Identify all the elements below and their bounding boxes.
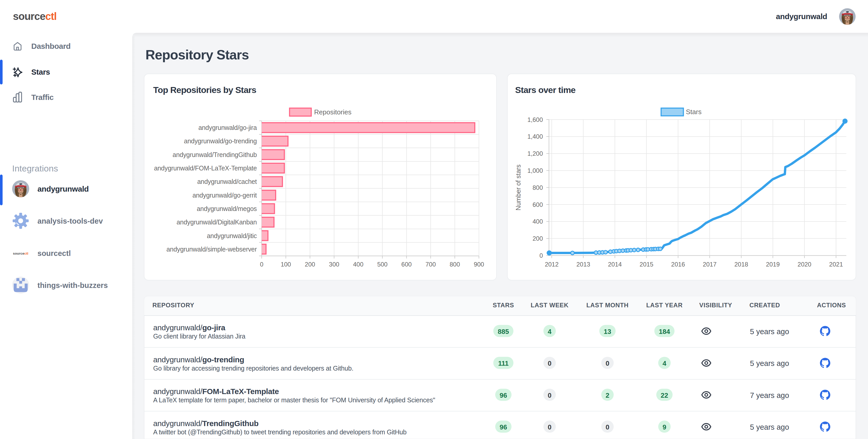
svg-text:LAST YEAR: LAST YEAR (646, 302, 683, 309)
svg-text:400: 400 (532, 218, 543, 225)
svg-text:VISIBILITY: VISIBILITY (699, 302, 732, 309)
svg-text:1,400: 1,400 (527, 133, 543, 140)
svg-text:andygrunwald/cachet: andygrunwald/cachet (197, 178, 257, 185)
svg-text:sourcectl: sourcectl (13, 10, 57, 22)
svg-text:22: 22 (661, 391, 668, 399)
svg-text:Stars: Stars (686, 108, 702, 116)
svg-text:100: 100 (281, 261, 291, 268)
svg-text:600: 600 (532, 201, 543, 208)
svg-text:96: 96 (500, 391, 507, 399)
svg-text:200: 200 (532, 235, 543, 242)
svg-text:A twitter bot (@TrendingGithub: A twitter bot (@TrendingGithub) to tweet… (153, 429, 407, 436)
svg-text:885: 885 (498, 328, 509, 336)
svg-text:200: 200 (305, 261, 315, 268)
svg-text:2: 2 (606, 391, 609, 399)
svg-text:2019: 2019 (766, 261, 780, 268)
svg-text:5 years ago: 5 years ago (750, 327, 789, 336)
svg-text:Repository Stars: Repository Stars (146, 47, 249, 62)
svg-text:andygrunwald/go-jira: andygrunwald/go-jira (153, 323, 225, 332)
svg-text:Stars: Stars (31, 68, 50, 76)
svg-text:9: 9 (663, 423, 666, 431)
svg-text:0: 0 (548, 423, 551, 431)
svg-text:900: 900 (474, 261, 484, 268)
svg-text:0: 0 (606, 423, 609, 431)
svg-text:2014: 2014 (608, 261, 622, 268)
svg-text:2017: 2017 (703, 261, 716, 268)
svg-text:REPOSITORY: REPOSITORY (152, 302, 194, 309)
svg-text:4: 4 (548, 328, 552, 336)
svg-text:2016: 2016 (671, 261, 685, 268)
svg-text:andygrunwald/jitic: andygrunwald/jitic (207, 232, 257, 240)
svg-text:184: 184 (659, 328, 670, 336)
svg-text:andygrunwald/TrendingGithub: andygrunwald/TrendingGithub (153, 419, 258, 428)
svg-text:2012: 2012 (545, 261, 559, 268)
svg-text:700: 700 (426, 261, 436, 268)
svg-text:111: 111 (498, 359, 509, 367)
svg-text:Integrations: Integrations (12, 163, 58, 173)
svg-text:1,200: 1,200 (527, 150, 543, 157)
svg-text:2018: 2018 (735, 261, 748, 268)
svg-text:andygrunwald/megos: andygrunwald/megos (197, 205, 257, 212)
svg-text:sourcectl: sourcectl (37, 249, 71, 257)
svg-text:0: 0 (260, 261, 263, 268)
svg-text:andygrunwald/FOM-LaTeX-Templat: andygrunwald/FOM-LaTeX-Template (153, 387, 279, 396)
svg-text:600: 600 (401, 261, 412, 268)
svg-text:Number of stars: Number of stars (515, 164, 522, 211)
svg-text:2021: 2021 (829, 261, 843, 268)
svg-text:Go client library for Atlassia: Go client library for Atlassian Jira (153, 333, 245, 340)
svg-text:Dashboard: Dashboard (31, 42, 70, 50)
svg-text:800: 800 (532, 184, 543, 191)
svg-text:300: 300 (329, 261, 339, 268)
svg-text:800: 800 (450, 261, 460, 268)
svg-text:A LaTeX template for term pape: A LaTeX template for term paper, bachelo… (153, 397, 435, 404)
svg-text:andygrunwald/simple-webserver: andygrunwald/simple-webserver (166, 246, 257, 253)
svg-text:Stars over time: Stars over time (515, 85, 576, 95)
svg-text:things-with-buzzers: things-with-buzzers (37, 281, 108, 289)
svg-text:CREATED: CREATED (749, 302, 780, 309)
svg-text:2015: 2015 (640, 261, 653, 268)
svg-text:andygrunwald: andygrunwald (776, 12, 827, 21)
svg-text:7 years ago: 7 years ago (750, 391, 789, 400)
svg-text:400: 400 (353, 261, 364, 268)
svg-text:andygrunwald/go-trending: andygrunwald/go-trending (153, 355, 244, 364)
svg-text:4: 4 (663, 359, 666, 367)
svg-text:andygrunwald: andygrunwald (37, 185, 89, 193)
svg-text:analysis-tools-dev: analysis-tools-dev (37, 217, 103, 225)
svg-text:Top Repositories by Stars: Top Repositories by Stars (153, 85, 256, 95)
svg-text:13: 13 (604, 328, 611, 336)
svg-text:1,000: 1,000 (527, 167, 543, 174)
svg-text:andygrunwald/go-jira: andygrunwald/go-jira (198, 124, 257, 131)
svg-text:STARS: STARS (493, 302, 514, 309)
svg-text:0: 0 (548, 359, 551, 367)
svg-text:2013: 2013 (576, 261, 590, 268)
svg-text:Traffic: Traffic (31, 93, 54, 101)
svg-text:Go library for accessing trend: Go library for accessing trending reposi… (153, 365, 353, 372)
svg-text:andygrunwald/go-trending: andygrunwald/go-trending (184, 137, 257, 145)
svg-text:andygrunwald/TrendingGithub: andygrunwald/TrendingGithub (173, 151, 257, 158)
svg-text:5 years ago: 5 years ago (750, 423, 789, 431)
svg-text:0: 0 (548, 391, 551, 399)
svg-text:96: 96 (500, 423, 507, 431)
svg-text:andygrunwald/DigitalKanban: andygrunwald/DigitalKanban (177, 218, 257, 226)
svg-text:LAST MONTH: LAST MONTH (586, 302, 628, 309)
svg-text:Repositories: Repositories (314, 108, 351, 116)
svg-text:andygrunwald/go-gerrit: andygrunwald/go-gerrit (192, 192, 257, 199)
svg-text:andygrunwald/FOM-LaTeX-Templat: andygrunwald/FOM-LaTeX-Template (154, 164, 257, 172)
svg-text:LAST WEEK: LAST WEEK (531, 302, 568, 309)
svg-text:2020: 2020 (798, 261, 811, 268)
svg-text:5 years ago: 5 years ago (750, 359, 789, 368)
svg-text:sourcectl: sourcectl (13, 252, 28, 255)
svg-text:0: 0 (606, 359, 609, 367)
svg-text:0: 0 (539, 252, 543, 259)
svg-text:ACTIONS: ACTIONS (817, 302, 846, 309)
svg-text:500: 500 (377, 261, 388, 268)
svg-text:1,600: 1,600 (527, 116, 543, 123)
